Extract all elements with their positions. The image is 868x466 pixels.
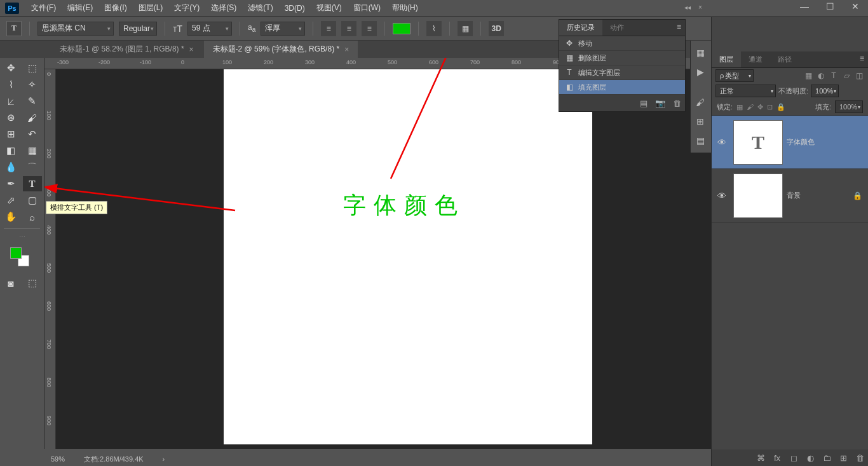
font-family-dropdown[interactable]: 思源黑体 CN bbox=[37, 22, 114, 36]
zoom-level[interactable]: 59% bbox=[51, 455, 65, 463]
align-left-button[interactable]: ≡ bbox=[321, 21, 336, 36]
panel-icon-swatches[interactable]: ⊞ bbox=[693, 114, 707, 128]
crop-tool[interactable]: ⟀ bbox=[1, 93, 20, 109]
brush-tool[interactable]: 🖌 bbox=[23, 110, 42, 125]
canvas-text[interactable]: 字体颜色 bbox=[343, 190, 465, 221]
delete-icon[interactable]: 🗑 bbox=[671, 97, 682, 109]
history-item[interactable]: ✥ 移动 bbox=[559, 36, 685, 51]
lock-artboard-icon[interactable]: ⊡ bbox=[767, 103, 773, 111]
adjustment-layer-icon[interactable]: ◐ bbox=[804, 452, 816, 463]
type-tool[interactable]: T bbox=[23, 176, 42, 191]
panel-menu-icon[interactable]: ≡ bbox=[856, 51, 868, 67]
canvas[interactable]: 字体颜色 bbox=[224, 69, 592, 444]
menu-3d[interactable]: 3D(D) bbox=[279, 1, 311, 15]
marquee-tool[interactable]: ⬚ bbox=[23, 60, 42, 76]
dodge-tool[interactable]: ⌒ bbox=[23, 160, 42, 175]
blur-tool[interactable]: 💧 bbox=[1, 160, 20, 175]
visibility-icon[interactable]: 👁 bbox=[714, 191, 729, 201]
tab-channels[interactable]: 通道 bbox=[741, 51, 770, 67]
eyedropper-tool[interactable]: ✎ bbox=[23, 93, 42, 109]
layer-name[interactable]: 字体颜色 bbox=[787, 137, 865, 147]
eraser-tool[interactable]: ◧ bbox=[1, 143, 20, 158]
align-right-button[interactable]: ≡ bbox=[362, 21, 377, 36]
panel-icon-libraries[interactable]: ▤ bbox=[693, 134, 707, 147]
history-item[interactable]: T 编辑文字图层 bbox=[559, 65, 685, 80]
collapse-icon[interactable]: ◂◂ bbox=[682, 2, 693, 12]
tab-history[interactable]: 历史记录 bbox=[559, 20, 602, 36]
tab-close-icon[interactable]: × bbox=[344, 45, 349, 54]
history-brush-tool[interactable]: ↶ bbox=[23, 127, 42, 142]
lasso-tool[interactable]: ⌇ bbox=[1, 77, 20, 92]
lock-position-icon[interactable]: ✥ bbox=[757, 103, 763, 111]
filter-type-icon[interactable]: T bbox=[829, 71, 839, 80]
minimize-button[interactable]: — bbox=[792, 0, 817, 13]
filter-smart-icon[interactable]: ◫ bbox=[854, 71, 864, 80]
ruler-vertical[interactable]: 0 100 200 300 400 500 600 700 800 900 bbox=[44, 69, 56, 449]
tab-close-icon[interactable]: × bbox=[189, 45, 194, 54]
visibility-icon[interactable]: 👁 bbox=[714, 137, 729, 147]
close-panel-icon[interactable]: × bbox=[695, 2, 706, 12]
antialias-dropdown[interactable]: 浑厚 bbox=[261, 22, 305, 36]
font-size-dropdown[interactable]: 59 点 bbox=[187, 22, 232, 36]
stamp-tool[interactable]: ⊞ bbox=[1, 127, 20, 142]
shape-tool[interactable]: ▢ bbox=[23, 193, 42, 208]
history-item[interactable]: ▦ 删除图层 bbox=[559, 51, 685, 65]
move-tool[interactable]: ✥ bbox=[1, 60, 20, 76]
text-color-swatch[interactable] bbox=[393, 23, 410, 34]
filter-image-icon[interactable]: ▦ bbox=[803, 71, 813, 80]
blend-mode-dropdown[interactable]: 正常 bbox=[715, 85, 776, 97]
panel-menu-icon[interactable]: ≡ bbox=[673, 20, 685, 36]
zoom-tool[interactable]: ⌕ bbox=[23, 209, 42, 224]
layer-mask-icon[interactable]: ◻ bbox=[788, 452, 799, 463]
menu-image[interactable]: 图像(I) bbox=[98, 0, 132, 16]
tab-actions[interactable]: 动作 bbox=[602, 20, 632, 36]
warp-text-button[interactable]: ⌇ bbox=[426, 21, 442, 36]
delete-layer-icon[interactable]: 🗑 bbox=[854, 452, 865, 463]
screenmode-tool[interactable]: ⬚ bbox=[23, 275, 42, 291]
menu-filter[interactable]: 滤镜(T) bbox=[242, 0, 278, 16]
group-icon[interactable]: 🗀 bbox=[821, 452, 832, 463]
fill-input[interactable]: 100% bbox=[835, 100, 863, 113]
layer-item[interactable]: 👁 背景 🔒 bbox=[712, 169, 868, 223]
path-select-tool[interactable]: ⬀ bbox=[1, 193, 20, 208]
doc-info[interactable]: 文档:2.86M/439.4K bbox=[84, 455, 144, 464]
menu-help[interactable]: 帮助(H) bbox=[386, 0, 424, 16]
menu-layer[interactable]: 图层(L) bbox=[133, 0, 169, 16]
tab-doc-1[interactable]: 未标题-1 @ 58.2% (图层 1, RGB/8) * × bbox=[51, 41, 203, 58]
panel-icon-play[interactable]: ▶ bbox=[693, 65, 707, 79]
menu-file[interactable]: 文件(F) bbox=[25, 0, 62, 16]
align-center-button[interactable]: ≡ bbox=[341, 21, 356, 36]
layer-filter-dropdown[interactable]: ρ类型 bbox=[715, 69, 754, 82]
lock-paint-icon[interactable]: 🖌 bbox=[747, 103, 754, 111]
menu-type[interactable]: 文字(Y) bbox=[168, 0, 205, 16]
layer-name[interactable]: 背景 bbox=[787, 191, 853, 200]
new-snapshot-icon[interactable]: ▤ bbox=[638, 97, 649, 109]
close-button[interactable]: ✕ bbox=[843, 0, 868, 13]
layer-style-icon[interactable]: fx bbox=[771, 452, 783, 463]
status-chevron-icon[interactable]: › bbox=[163, 455, 165, 463]
tab-layers[interactable]: 图层 bbox=[712, 51, 741, 67]
maximize-button[interactable]: ☐ bbox=[817, 0, 843, 13]
magic-wand-tool[interactable]: ✧ bbox=[23, 77, 42, 92]
layer-item[interactable]: 👁 T 字体颜色 bbox=[712, 116, 868, 169]
hand-tool[interactable]: ✋ bbox=[1, 209, 20, 224]
menu-select[interactable]: 选择(S) bbox=[205, 0, 242, 16]
tab-doc-2[interactable]: 未标题-2 @ 59% (字体颜色, RGB/8) * × bbox=[204, 41, 358, 58]
foreground-color[interactable] bbox=[10, 247, 22, 259]
filter-shape-icon[interactable]: ▱ bbox=[841, 71, 851, 80]
font-weight-dropdown[interactable]: Regular bbox=[119, 22, 157, 36]
layer-thumbnail[interactable] bbox=[733, 174, 783, 218]
link-layers-icon[interactable]: ⌘ bbox=[755, 452, 766, 463]
filter-adjust-icon[interactable]: ◐ bbox=[816, 71, 826, 80]
character-panel-button[interactable]: ▦ bbox=[458, 21, 473, 36]
panel-icon-1[interactable]: ▦ bbox=[693, 46, 707, 60]
menu-view[interactable]: 视图(V) bbox=[311, 0, 348, 16]
gradient-tool[interactable]: ▦ bbox=[23, 143, 42, 158]
tool-preset-icon[interactable]: T bbox=[6, 21, 22, 36]
menu-window[interactable]: 窗口(W) bbox=[348, 0, 386, 16]
menu-edit[interactable]: 编辑(E) bbox=[62, 0, 98, 16]
lock-icon[interactable]: 🔒 bbox=[853, 191, 865, 200]
history-item[interactable]: ◧ 填充图层 bbox=[559, 80, 685, 95]
3d-button[interactable]: 3D bbox=[489, 21, 504, 36]
panel-icon-brush[interactable]: 🖌 bbox=[693, 95, 707, 109]
